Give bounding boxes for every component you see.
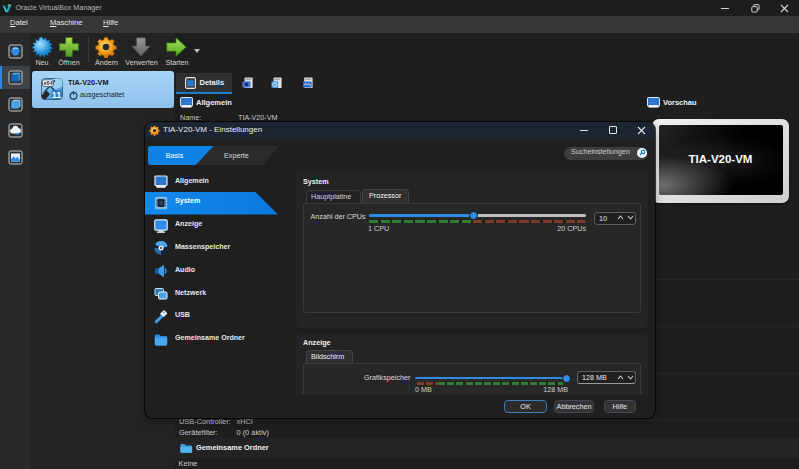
svg-text:x64: x64: [43, 80, 52, 86]
svg-text:11: 11: [51, 90, 61, 100]
